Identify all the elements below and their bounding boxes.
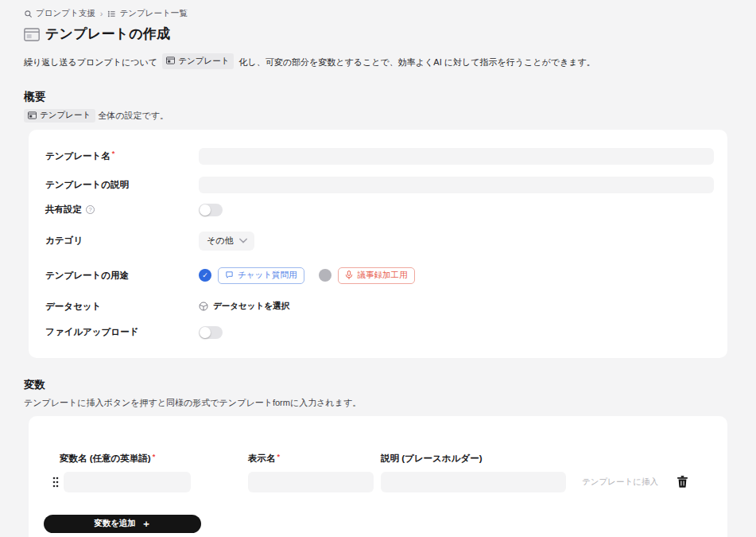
breadcrumb-template-list[interactable]: テンプレート一覧: [107, 8, 187, 19]
share-setting-label: 共有設定 ?: [45, 204, 199, 216]
dataset-action-label: データセットを選択: [213, 301, 289, 312]
category-row: カテゴリ その他: [45, 232, 727, 251]
template-description-label: テンプレートの説明: [45, 179, 199, 191]
subtitle-text: 全体の設定です。: [98, 110, 169, 122]
share-setting-row: 共有設定 ?: [45, 204, 727, 216]
template-icon: [24, 28, 40, 41]
required-asterisk: *: [153, 453, 156, 461]
breadcrumb: プロンプト支援 › テンプレート一覧: [24, 8, 727, 19]
template-description-input[interactable]: [199, 177, 714, 193]
description-text: 繰り返し送るプロンプトについて: [24, 57, 157, 67]
breadcrumb-separator: ›: [100, 9, 103, 18]
chip-label: テンプレート: [178, 54, 229, 68]
dataset-select-button[interactable]: データセットを選択: [199, 301, 289, 312]
button-label: 変数を追加: [94, 518, 136, 529]
chip-label: テンプレート: [40, 110, 91, 121]
share-toggle[interactable]: [199, 204, 223, 216]
page-description: 繰り返し送るプロンプトについて テンプレート 化し、可変の部分を変数とすることで…: [24, 53, 727, 70]
plus-icon: ＋: [142, 517, 151, 531]
chat-icon: [225, 270, 234, 279]
variable-name-input[interactable]: [64, 472, 191, 492]
add-variable-button[interactable]: 変数を追加 ＋: [44, 515, 201, 533]
file-upload-row: ファイルアップロード: [45, 326, 727, 339]
insert-into-template-button[interactable]: テンプレートに挿入: [582, 477, 658, 488]
description-text: 化し、可変の部分を変数とすることで、効率よくAI に対して指示を行うことができま…: [238, 57, 595, 67]
variables-card: 変数名 (任意の英単語)* 表示名* 説明 (プレースホルダー) テンプレートに…: [29, 416, 727, 537]
dataset-label: データセット: [45, 301, 199, 313]
usage-options: ✓ チャット質問用: [199, 267, 415, 284]
file-upload-label: ファイルアップロード: [45, 326, 199, 338]
breadcrumb-prompt-support[interactable]: プロンプト支援: [24, 8, 95, 19]
page-title-row: テンプレートの作成: [24, 25, 727, 43]
variables-section-subtitle: テンプレートに挿入ボタンを押すと同様の形式でテンプレートformに入力されます。: [24, 397, 727, 409]
help-icon[interactable]: ?: [86, 205, 95, 214]
dataset-icon: [199, 302, 208, 311]
usage-row: テンプレートの用途 ✓ チャット質問用: [45, 267, 727, 284]
radio-checked-icon[interactable]: ✓: [199, 269, 211, 282]
trash-icon[interactable]: [677, 476, 688, 488]
badge-label: 議事録加工用: [357, 270, 407, 281]
variables-section-title: 変数: [24, 378, 727, 392]
overview-section-subtitle: テンプレート 全体の設定です。: [24, 109, 727, 123]
usage-label: テンプレートの用途: [45, 270, 199, 282]
required-asterisk: *: [112, 150, 115, 158]
toggle-knob: [200, 204, 211, 216]
usage-option-minutes[interactable]: 議事録加工用: [319, 267, 415, 284]
usage-option-chat[interactable]: ✓ チャット質問用: [199, 267, 304, 284]
toggle-knob: [200, 327, 211, 338]
label-text: 共有設定: [45, 204, 82, 216]
column-header-display: 表示名*: [248, 453, 381, 465]
category-select[interactable]: その他: [199, 232, 254, 251]
label-text: テンプレート名: [45, 150, 110, 162]
template-create-page: プロンプト支援 › テンプレート一覧 テンプレートの作成 繰り返し送るプロンプト…: [0, 0, 756, 537]
badge-label: チャット質問用: [238, 270, 297, 281]
category-label: カテゴリ: [45, 235, 199, 247]
column-header-name: 変数名 (任意の英単語)*: [60, 453, 248, 465]
microphone-icon: [345, 270, 353, 280]
header-text: 変数名 (任意の英単語): [60, 453, 151, 463]
breadcrumb-label: プロンプト支援: [36, 8, 95, 19]
template-icon: [166, 56, 175, 64]
page-title: テンプレートの作成: [45, 25, 170, 43]
dataset-row: データセット データセットを選択: [45, 301, 727, 313]
template-name-row: テンプレート名 *: [45, 148, 727, 165]
list-icon: [107, 10, 116, 18]
template-name-input[interactable]: [199, 148, 714, 165]
template-icon: [28, 111, 37, 119]
minutes-usage-badge[interactable]: 議事録加工用: [338, 267, 415, 284]
overview-section-title: 概要: [24, 90, 727, 104]
variable-row: テンプレートに挿入: [29, 472, 727, 492]
breadcrumb-label: テンプレート一覧: [119, 8, 187, 19]
header-text: 表示名: [248, 453, 276, 463]
drag-handle-icon[interactable]: [52, 477, 59, 488]
category-selected-value: その他: [207, 235, 234, 247]
template-chip: テンプレート: [162, 53, 234, 69]
radio-unchecked-icon[interactable]: [319, 269, 331, 282]
chevron-down-icon: [239, 238, 247, 243]
template-chip: テンプレート: [24, 109, 95, 123]
column-header-description: 説明 (プレースホルダー): [381, 453, 482, 465]
search-icon: [24, 10, 33, 18]
file-upload-toggle[interactable]: [199, 326, 223, 339]
variable-column-headers: 変数名 (任意の英単語)* 表示名* 説明 (プレースホルダー): [29, 453, 727, 465]
variable-display-input[interactable]: [248, 472, 374, 492]
variable-description-input[interactable]: [381, 472, 566, 492]
template-description-row: テンプレートの説明: [45, 177, 727, 193]
overview-card: テンプレート名 * テンプレートの説明 共有設定 ? カテゴリ その他: [29, 130, 727, 358]
required-asterisk: *: [277, 453, 281, 461]
chat-usage-badge[interactable]: チャット質問用: [218, 267, 304, 284]
template-name-label: テンプレート名 *: [45, 150, 199, 162]
